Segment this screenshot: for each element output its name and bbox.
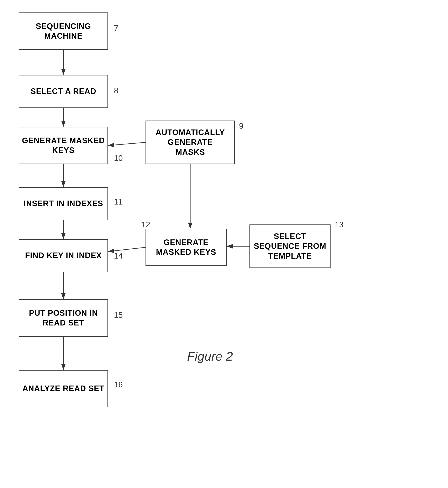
insert-in-indexes-label: INSERT IN INDEXES (24, 199, 103, 209)
select-sequence-from-template-label: SELECTSEQUENCE FROMTEMPLATE (254, 232, 326, 261)
insert-in-indexes-box: INSERT IN INDEXES (19, 187, 108, 220)
svg-line-3 (109, 142, 145, 145)
node-label-12: 12 (141, 220, 150, 229)
figure-label: Figure 2 (187, 349, 233, 363)
node-label-15: 15 (114, 311, 123, 320)
diagram-container: SEQUENCING MACHINE SELECT A READ GENERAT… (0, 0, 448, 488)
generate-masked-keys-right-label: GENERATEMASKED KEYS (156, 237, 216, 257)
node-label-9: 9 (239, 122, 243, 131)
put-position-in-read-set-box: PUT POSITION INREAD SET (19, 299, 108, 337)
generate-masked-keys-left-box: GENERATE MASKEDKEYS (19, 127, 108, 164)
node-label-14: 14 (114, 252, 123, 260)
sequencing-machine-box: SEQUENCING MACHINE (19, 12, 108, 50)
auto-generate-masks-label: AUTOMATICALLYGENERATEMASKS (155, 128, 225, 157)
find-key-in-index-label: FIND KEY IN INDEX (25, 251, 102, 261)
node-label-13: 13 (335, 220, 344, 229)
node-label-16: 16 (114, 380, 123, 389)
select-read-label: SELECT A READ (31, 87, 96, 96)
select-read-box: SELECT A READ (19, 75, 108, 108)
node-label-8: 8 (114, 86, 118, 95)
sequencing-machine-label: SEQUENCING MACHINE (19, 21, 107, 41)
put-position-in-read-set-label: PUT POSITION INREAD SET (29, 308, 98, 328)
svg-line-7 (109, 247, 145, 252)
node-label-7: 7 (114, 24, 118, 33)
node-label-10: 10 (114, 154, 123, 163)
select-sequence-from-template-box: SELECTSEQUENCE FROMTEMPLATE (249, 224, 330, 268)
generate-masked-keys-left-label: GENERATE MASKEDKEYS (22, 136, 105, 156)
analyze-read-set-label: ANALYZE READ SET (23, 384, 104, 394)
node-label-11: 11 (114, 197, 123, 206)
find-key-in-index-box: FIND KEY IN INDEX (19, 239, 108, 272)
auto-generate-masks-box: AUTOMATICALLYGENERATEMASKS (145, 120, 235, 164)
analyze-read-set-box: ANALYZE READ SET (19, 370, 108, 407)
generate-masked-keys-right-box: GENERATEMASKED KEYS (145, 229, 227, 266)
